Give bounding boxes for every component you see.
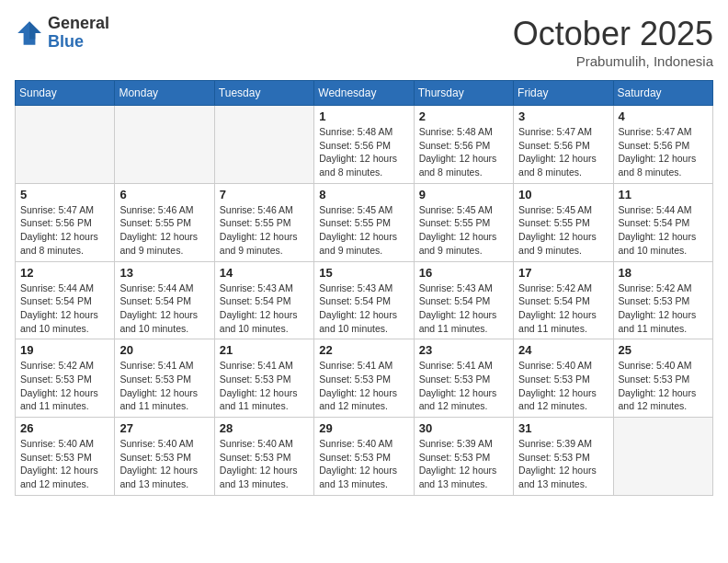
weekday-header-row: SundayMondayTuesdayWednesdayThursdayFrid… [16, 81, 713, 106]
day-number: 4 [619, 109, 708, 123]
day-number: 16 [419, 266, 508, 280]
day-number: 14 [220, 266, 309, 280]
calendar-cell: 11Sunrise: 5:44 AM Sunset: 5:54 PM Dayli… [613, 183, 712, 261]
calendar-cell: 23Sunrise: 5:41 AM Sunset: 5:53 PM Dayli… [414, 339, 513, 418]
day-info: Sunrise: 5:40 AM Sunset: 5:53 PM Dayligh… [20, 437, 109, 491]
day-info: Sunrise: 5:41 AM Sunset: 5:53 PM Dayligh… [220, 359, 309, 413]
weekday-header: Thursday [414, 81, 513, 106]
logo-general-text: General [48, 15, 109, 33]
day-number: 25 [619, 343, 708, 357]
page-header: General Blue October 2025 Prabumulih, In… [15, 15, 713, 69]
day-info: Sunrise: 5:48 AM Sunset: 5:56 PM Dayligh… [419, 125, 508, 179]
calendar-cell: 30Sunrise: 5:39 AM Sunset: 5:53 PM Dayli… [414, 418, 513, 496]
day-info: Sunrise: 5:45 AM Sunset: 5:55 PM Dayligh… [419, 203, 508, 258]
day-number: 24 [518, 343, 608, 357]
calendar-cell: 12Sunrise: 5:44 AM Sunset: 5:54 PM Dayli… [16, 261, 115, 339]
calendar-cell: 13Sunrise: 5:44 AM Sunset: 5:54 PM Dayli… [115, 261, 214, 339]
day-number: 22 [319, 343, 408, 357]
calendar-cell [214, 106, 313, 184]
day-info: Sunrise: 5:40 AM Sunset: 5:53 PM Dayligh… [518, 359, 608, 413]
day-info: Sunrise: 5:41 AM Sunset: 5:53 PM Dayligh… [119, 359, 209, 413]
calendar-cell [613, 418, 712, 496]
day-number: 11 [619, 188, 708, 201]
calendar-week-row: 1Sunrise: 5:48 AM Sunset: 5:56 PM Daylig… [16, 106, 713, 184]
calendar-cell: 21Sunrise: 5:41 AM Sunset: 5:53 PM Dayli… [214, 339, 313, 418]
calendar-cell [115, 106, 214, 184]
day-info: Sunrise: 5:43 AM Sunset: 5:54 PM Dayligh… [419, 282, 508, 336]
calendar-cell: 24Sunrise: 5:40 AM Sunset: 5:53 PM Dayli… [514, 339, 613, 418]
day-info: Sunrise: 5:42 AM Sunset: 5:54 PM Dayligh… [518, 282, 608, 336]
day-info: Sunrise: 5:47 AM Sunset: 5:56 PM Dayligh… [518, 125, 608, 179]
location: Prabumulih, Indonesia [513, 53, 713, 69]
weekday-header: Sunday [16, 81, 115, 106]
day-number: 29 [319, 421, 408, 435]
calendar-cell: 2Sunrise: 5:48 AM Sunset: 5:56 PM Daylig… [414, 106, 513, 184]
calendar-cell: 4Sunrise: 5:47 AM Sunset: 5:56 PM Daylig… [613, 106, 712, 184]
calendar-cell: 9Sunrise: 5:45 AM Sunset: 5:55 PM Daylig… [414, 183, 513, 261]
logo-icon [15, 18, 44, 48]
day-number: 30 [419, 421, 508, 435]
weekday-header: Saturday [613, 81, 712, 106]
day-number: 26 [20, 421, 109, 435]
day-info: Sunrise: 5:46 AM Sunset: 5:55 PM Dayligh… [119, 203, 209, 258]
title-block: October 2025 Prabumulih, Indonesia [513, 15, 713, 69]
day-number: 15 [319, 266, 408, 280]
month-title: October 2025 [513, 15, 713, 53]
day-info: Sunrise: 5:40 AM Sunset: 5:53 PM Dayligh… [619, 359, 708, 413]
day-number: 12 [20, 266, 109, 280]
day-number: 21 [220, 343, 309, 357]
day-number: 6 [119, 188, 209, 201]
weekday-header: Tuesday [214, 81, 313, 106]
day-info: Sunrise: 5:47 AM Sunset: 5:56 PM Dayligh… [20, 203, 109, 258]
day-number: 27 [119, 421, 209, 435]
calendar-cell: 5Sunrise: 5:47 AM Sunset: 5:56 PM Daylig… [16, 183, 115, 261]
weekday-header: Wednesday [314, 81, 414, 106]
day-info: Sunrise: 5:40 AM Sunset: 5:53 PM Dayligh… [220, 437, 309, 491]
calendar-cell: 25Sunrise: 5:40 AM Sunset: 5:53 PM Dayli… [613, 339, 712, 418]
day-number: 8 [319, 188, 408, 201]
calendar-week-row: 19Sunrise: 5:42 AM Sunset: 5:53 PM Dayli… [16, 339, 713, 418]
calendar-cell: 22Sunrise: 5:41 AM Sunset: 5:53 PM Dayli… [314, 339, 414, 418]
day-info: Sunrise: 5:43 AM Sunset: 5:54 PM Dayligh… [319, 282, 408, 336]
calendar-cell: 10Sunrise: 5:45 AM Sunset: 5:55 PM Dayli… [514, 183, 613, 261]
weekday-header: Monday [115, 81, 214, 106]
day-number: 1 [319, 109, 408, 123]
logo: General Blue [15, 15, 109, 52]
calendar-week-row: 12Sunrise: 5:44 AM Sunset: 5:54 PM Dayli… [16, 261, 713, 339]
calendar-cell: 20Sunrise: 5:41 AM Sunset: 5:53 PM Dayli… [115, 339, 214, 418]
calendar-week-row: 26Sunrise: 5:40 AM Sunset: 5:53 PM Dayli… [16, 418, 713, 496]
calendar-cell: 27Sunrise: 5:40 AM Sunset: 5:53 PM Dayli… [115, 418, 214, 496]
day-info: Sunrise: 5:45 AM Sunset: 5:55 PM Dayligh… [319, 203, 408, 258]
day-info: Sunrise: 5:39 AM Sunset: 5:53 PM Dayligh… [518, 437, 608, 491]
day-number: 18 [619, 266, 708, 280]
day-number: 20 [119, 343, 209, 357]
day-number: 9 [419, 188, 508, 201]
calendar-cell: 6Sunrise: 5:46 AM Sunset: 5:55 PM Daylig… [115, 183, 214, 261]
day-info: Sunrise: 5:44 AM Sunset: 5:54 PM Dayligh… [619, 203, 708, 258]
day-info: Sunrise: 5:44 AM Sunset: 5:54 PM Dayligh… [119, 282, 209, 336]
calendar-cell: 14Sunrise: 5:43 AM Sunset: 5:54 PM Dayli… [214, 261, 313, 339]
calendar-cell: 3Sunrise: 5:47 AM Sunset: 5:56 PM Daylig… [514, 106, 613, 184]
day-info: Sunrise: 5:44 AM Sunset: 5:54 PM Dayligh… [20, 282, 109, 336]
day-number: 28 [220, 421, 309, 435]
calendar-cell: 8Sunrise: 5:45 AM Sunset: 5:55 PM Daylig… [314, 183, 414, 261]
day-info: Sunrise: 5:40 AM Sunset: 5:53 PM Dayligh… [119, 437, 209, 491]
day-info: Sunrise: 5:43 AM Sunset: 5:54 PM Dayligh… [220, 282, 309, 336]
calendar-cell: 16Sunrise: 5:43 AM Sunset: 5:54 PM Dayli… [414, 261, 513, 339]
day-info: Sunrise: 5:40 AM Sunset: 5:53 PM Dayligh… [319, 437, 408, 491]
day-number: 7 [220, 188, 309, 201]
day-number: 13 [119, 266, 209, 280]
day-number: 2 [419, 109, 508, 123]
day-info: Sunrise: 5:39 AM Sunset: 5:53 PM Dayligh… [419, 437, 508, 491]
calendar-cell: 19Sunrise: 5:42 AM Sunset: 5:53 PM Dayli… [16, 339, 115, 418]
day-number: 5 [20, 188, 109, 201]
calendar-table: SundayMondayTuesdayWednesdayThursdayFrid… [15, 80, 713, 496]
day-info: Sunrise: 5:42 AM Sunset: 5:53 PM Dayligh… [619, 282, 708, 336]
day-info: Sunrise: 5:45 AM Sunset: 5:55 PM Dayligh… [518, 203, 608, 258]
calendar-cell: 17Sunrise: 5:42 AM Sunset: 5:54 PM Dayli… [514, 261, 613, 339]
day-number: 23 [419, 343, 508, 357]
day-info: Sunrise: 5:41 AM Sunset: 5:53 PM Dayligh… [419, 359, 508, 413]
day-info: Sunrise: 5:42 AM Sunset: 5:53 PM Dayligh… [20, 359, 109, 413]
calendar-cell: 31Sunrise: 5:39 AM Sunset: 5:53 PM Dayli… [514, 418, 613, 496]
day-number: 3 [518, 109, 608, 123]
